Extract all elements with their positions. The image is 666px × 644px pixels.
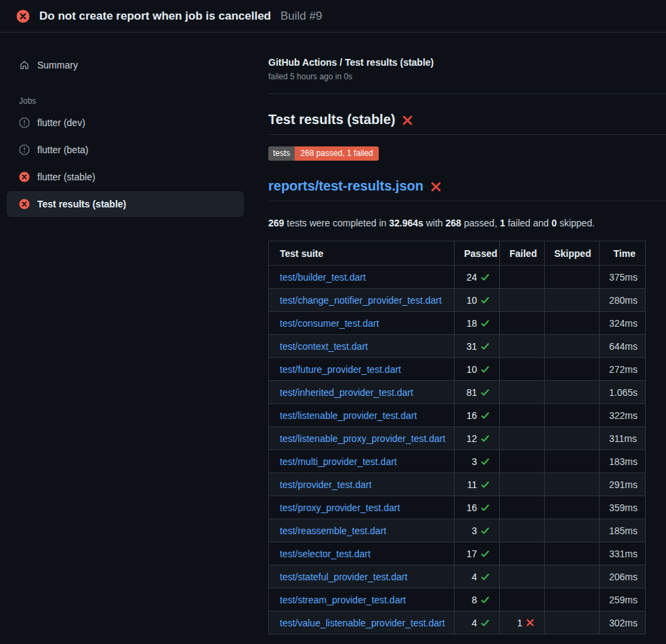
time-cell: 302ms: [600, 611, 646, 635]
test-suite-cell: test/change_notifier_provider_test.dart: [269, 289, 455, 312]
time-cell: 322ms: [600, 404, 646, 427]
passed-check-icon: [480, 319, 490, 328]
job-list: flutter (dev) flutter (beta) flutter (st…: [0, 110, 251, 217]
table-row: test/proxy_provider_test.dart16 359ms: [269, 496, 646, 519]
column-header-skipped: Skipped: [545, 241, 600, 266]
test-suite-link[interactable]: test/provider_test.dart: [280, 479, 371, 490]
report-heading: reports/test-results.json: [268, 178, 666, 201]
passed-count-cell: 12: [455, 427, 500, 450]
test-suite-link[interactable]: test/reassemble_test.dart: [280, 525, 386, 536]
passed-count: 11: [467, 479, 477, 490]
table-row: test/listenable_proxy_provider_test.dart…: [269, 427, 646, 450]
test-suite-cell: test/proxy_provider_test.dart: [269, 496, 455, 519]
passed-check-icon: [480, 273, 490, 282]
test-suite-link[interactable]: test/context_test.dart: [280, 341, 368, 352]
skipped-count-cell: [545, 473, 600, 496]
failed-count-cell: [500, 312, 545, 335]
time-cell: 185ms: [600, 519, 646, 542]
skipped-count-cell: [545, 519, 600, 542]
summary-text: with: [423, 218, 446, 228]
passed-count: 8: [472, 595, 477, 605]
sidebar-item-flutter-beta[interactable]: flutter (beta): [7, 137, 244, 163]
test-suite-link[interactable]: test/stateful_provider_test.dart: [280, 571, 407, 582]
summary-text: tests were completed in: [284, 218, 389, 228]
table-row: test/consumer_test.dart18 324ms: [269, 312, 646, 335]
failed-count-cell: [500, 519, 545, 542]
job-label: flutter (beta): [37, 144, 88, 155]
test-suite-link[interactable]: test/listenable_proxy_provider_test.dart: [280, 433, 445, 444]
section-title: Test results (stable): [268, 112, 395, 127]
passed-check-icon: [480, 388, 490, 397]
skipped-count-cell: [545, 542, 600, 565]
passed-count-cell: 24: [455, 266, 500, 289]
test-suite-link[interactable]: test/value_listenable_provider_test.dart: [280, 618, 445, 628]
skipped-count-cell: [545, 289, 600, 312]
passed-check-icon: [480, 526, 490, 536]
test-suite-cell: test/context_test.dart: [269, 335, 455, 358]
passed-count-cell: 3: [455, 519, 500, 542]
cancelled-octagon-icon: [19, 144, 30, 155]
badge-label: tests: [268, 146, 295, 161]
summary-count: 0: [551, 218, 557, 228]
test-suite-cell: test/multi_provider_test.dart: [269, 450, 455, 473]
skipped-count-cell: [545, 358, 600, 381]
test-suite-link[interactable]: test/inherited_provider_test.dart: [280, 387, 413, 398]
summary-text: passed,: [461, 218, 500, 228]
table-header-row: Test suitePassedFailedSkippedTime: [269, 241, 646, 266]
test-suite-link[interactable]: test/selector_test.dart: [280, 548, 371, 559]
passed-count: 16: [466, 502, 477, 513]
time-cell: 644ms: [600, 335, 646, 358]
test-suite-link[interactable]: test/builder_test.dart: [280, 272, 366, 283]
sidebar-item-flutter-stable[interactable]: flutter (stable): [7, 164, 244, 190]
passed-count: 12: [466, 433, 477, 444]
failed-count-cell: [500, 335, 545, 358]
skipped-count-cell: [545, 404, 600, 427]
passed-check-icon: [480, 342, 490, 351]
test-suite-link[interactable]: test/consumer_test.dart: [280, 318, 379, 329]
passed-count: 31: [466, 341, 477, 352]
badge-value: 268 passed, 1 failed: [295, 146, 378, 161]
passed-count: 10: [466, 364, 477, 375]
passed-count-cell: 16: [455, 404, 500, 427]
passed-count: 24: [466, 272, 477, 283]
test-suite-link[interactable]: test/multi_provider_test.dart: [280, 456, 397, 467]
table-row: test/selector_test.dart17 331ms: [269, 542, 646, 565]
passed-count-cell: 31: [455, 335, 500, 358]
test-suite-link[interactable]: test/future_provider_test.dart: [280, 364, 401, 375]
passed-count-cell: 17: [455, 542, 500, 565]
build-header: Do not create report when job is cancell…: [0, 0, 666, 33]
passed-check-icon: [480, 296, 490, 305]
test-summary-line: 269 tests were completed in 32.964s with…: [268, 218, 666, 228]
test-suite-link[interactable]: test/change_notifier_provider_test.dart: [280, 295, 442, 306]
table-row: test/stream_provider_test.dart8 259ms: [269, 588, 646, 611]
skipped-count-cell: [545, 565, 600, 588]
time-cell: 1.065s: [600, 381, 646, 404]
jobs-section-label: Jobs: [0, 96, 251, 106]
time-cell: 291ms: [600, 473, 646, 496]
test-suite-link[interactable]: test/proxy_provider_test.dart: [280, 502, 400, 513]
summary-count: 269: [268, 218, 284, 228]
sidebar-item-summary[interactable]: Summary: [7, 53, 244, 77]
test-suite-link[interactable]: test/stream_provider_test.dart: [280, 595, 406, 605]
passed-count-cell: 10: [455, 358, 500, 381]
sidebar: Summary Jobs flutter (dev) flutter (beta…: [0, 33, 251, 644]
time-cell: 311ms: [600, 427, 646, 450]
skipped-count-cell: [545, 312, 600, 335]
column-header-test-suite: Test suite: [269, 241, 455, 266]
failed-count-cell: [500, 588, 545, 611]
sidebar-item-flutter-dev[interactable]: flutter (dev): [7, 110, 244, 136]
passed-count-cell: 16: [455, 496, 500, 519]
test-suite-link[interactable]: test/listenable_provider_test.dart: [280, 410, 417, 421]
section-heading: Test results (stable): [268, 112, 666, 135]
skipped-count-cell: [545, 496, 600, 519]
build-number: Build #9: [280, 9, 322, 23]
report-file-link[interactable]: reports/test-results.json: [268, 178, 423, 194]
failed-count-cell: [500, 565, 545, 588]
failed-x-icon: [402, 115, 413, 126]
time-cell: 280ms: [600, 289, 646, 312]
passed-count: 16: [466, 410, 477, 421]
passed-count-cell: 10: [455, 289, 500, 312]
sidebar-item-test-results-stable[interactable]: Test results (stable): [7, 191, 244, 217]
failed-circle-x-icon: [19, 172, 30, 182]
test-suite-cell: test/provider_test.dart: [269, 473, 455, 496]
